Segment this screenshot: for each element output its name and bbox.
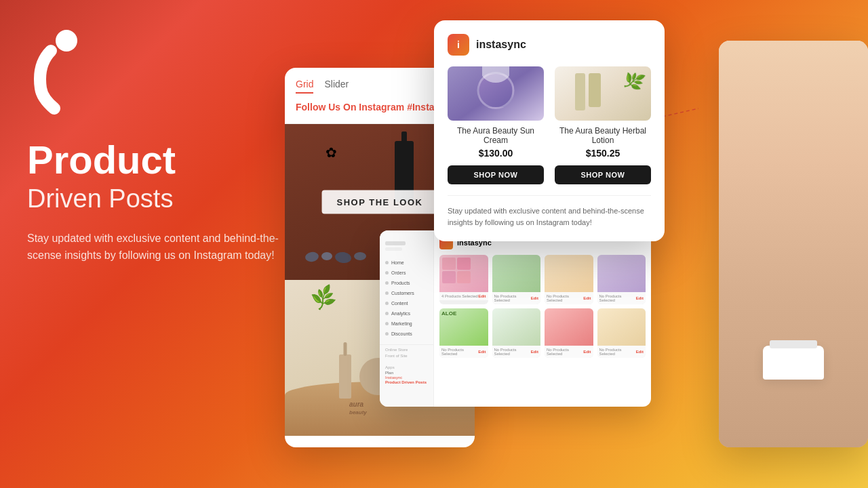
admin-nav-customers[interactable]: Customers: [380, 288, 433, 298]
admin-grid-item-1: 4 Products Selected Edit: [439, 255, 488, 304]
admin-grid-footer-5: No Products Selected Edit: [439, 346, 488, 358]
admin-grid-item-4: No Products Selected Edit: [597, 255, 646, 304]
dropper-bottle: [339, 354, 351, 399]
skin-gradient: [719, 41, 868, 447]
admin-grid-item-7: No Products Selected Edit: [545, 308, 593, 358]
right-skin-image: [719, 41, 868, 447]
admin-grid-footer-4: No Products Selected Edit: [597, 292, 646, 304]
popup-product-2: 🌿 The Aura Beauty Herbal Lotion $150.25 …: [555, 66, 651, 184]
admin-grid-image-5: ALOE: [439, 308, 488, 346]
cards-area: Grid Slider Follow Us On Instagram #Inst…: [285, 0, 868, 488]
product-2-price: $150.25: [555, 148, 651, 159]
admin-grid-footer-3: No Products Selected Edit: [545, 292, 593, 304]
admin-grid-item-8: No Products Selected Edit: [597, 308, 646, 358]
admin-nav-analytics[interactable]: Analytics: [380, 308, 433, 319]
admin-nav-content[interactable]: Content: [380, 298, 433, 308]
admin-sidebar: Home Orders Products Customers Content: [380, 230, 434, 407]
product-2-name: The Aura Beauty Herbal Lotion: [555, 126, 651, 145]
admin-grid-image-4: [597, 255, 646, 292]
admin-nav-marketing[interactable]: Marketing: [380, 319, 433, 329]
admin-grid-image-7: [545, 308, 593, 346]
product-1-price: $130.00: [448, 148, 544, 159]
admin-grid-image-8: [597, 308, 646, 346]
instasync-logo: [27, 27, 81, 115]
popup-card: i instasync The Aura Beauty Sun Cream $1…: [434, 20, 665, 241]
admin-grid-footer-2: No Products Selected Edit: [492, 292, 541, 304]
popup-header: i instasync: [448, 34, 651, 56]
page-subheadline: Driven Posts: [27, 184, 298, 214]
admin-nav-discounts[interactable]: Discounts: [380, 329, 433, 339]
left-section: Product Driven Posts Stay updated with e…: [27, 27, 298, 264]
admin-grid-footer-6: No Products Selected Edit: [492, 346, 541, 358]
flower-decoration: ✿: [326, 144, 337, 161]
admin-product-grid-top: 4 Products Selected Edit No Products Sel…: [439, 255, 646, 304]
popup-logo-icon: i: [448, 34, 469, 56]
page-description: Stay updated with exclusive content and …: [27, 230, 285, 264]
admin-grid-image-6: [492, 308, 541, 346]
tab-grid[interactable]: Grid: [296, 79, 313, 94]
admin-grid-image-2: [492, 255, 541, 292]
popup-footer: Stay updated with exclusive content and …: [448, 195, 651, 228]
admin-grid-footer-1: 4 Products Selected Edit: [439, 292, 488, 300]
popup-products: The Aura Beauty Sun Cream $130.00 SHOP N…: [448, 66, 651, 184]
popup-product-1: The Aura Beauty Sun Cream $130.00 SHOP N…: [448, 66, 544, 184]
cream-product: [763, 346, 824, 380]
admin-grid-item-5: ALOE No Products Selected Edit: [439, 308, 488, 358]
product-1-shop-now[interactable]: SHOP NOW: [448, 165, 544, 184]
tab-slider[interactable]: Slider: [324, 79, 349, 94]
skin-background: [719, 41, 868, 447]
admin-main-area: instasync: [434, 230, 651, 407]
admin-nav-products[interactable]: Products: [380, 278, 433, 288]
aura-brand-text: aurabeauty: [349, 401, 367, 415]
product-2-shop-now[interactable]: SHOP NOW: [555, 165, 651, 184]
admin-grid-footer-8: No Products Selected Edit: [597, 346, 646, 358]
page-headline: Product: [27, 138, 298, 182]
admin-nav-orders[interactable]: Orders: [380, 268, 433, 278]
shop-the-look-button[interactable]: SHOP THE LOOK: [322, 190, 438, 214]
product-image-sun-cream: [448, 66, 544, 121]
product-image-herbal-lotion: 🌿: [555, 66, 651, 121]
product-1-name: The Aura Beauty Sun Cream: [448, 126, 544, 145]
admin-grid-image-1: [439, 255, 488, 292]
leaf-decoration-2: 🌿: [309, 283, 338, 312]
stones: [305, 252, 366, 263]
admin-grid-item-2: No Products Selected Edit: [492, 255, 541, 304]
bottle-cap: [401, 131, 407, 142]
admin-product-grid-bottom: ALOE No Products Selected Edit: [439, 308, 646, 358]
admin-nav-home[interactable]: Home: [380, 258, 433, 268]
admin-panel-card: Home Orders Products Customers Content: [380, 230, 651, 407]
admin-grid-footer-7: No Products Selected Edit: [545, 346, 593, 358]
admin-grid-image-3: [545, 255, 593, 292]
popup-app-name: instasync: [476, 39, 526, 51]
admin-grid-item-6: No Products Selected Edit: [492, 308, 541, 358]
page-wrapper: Product Driven Posts Stay updated with e…: [0, 0, 868, 488]
admin-grid-item-3: No Products Selected Edit: [545, 255, 593, 304]
svg-point-0: [56, 30, 77, 52]
